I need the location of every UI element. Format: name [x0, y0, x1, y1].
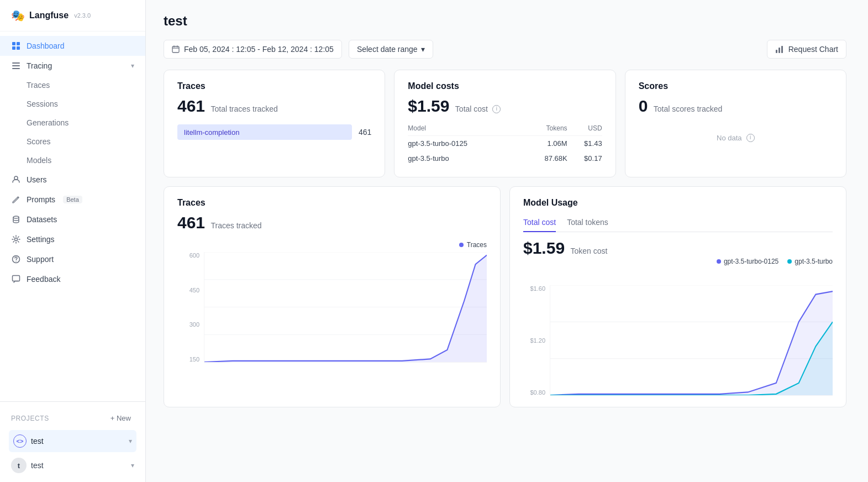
- sidebar-item-generations[interactable]: Generations: [0, 113, 145, 132]
- traces-card: Traces 461 Total traces tracked litellm-…: [164, 70, 385, 177]
- traces-card-title: Traces: [177, 81, 371, 91]
- table-row: gpt-3.5-turbo 87.68K $0.17: [408, 151, 602, 166]
- legend-dot-turbo: [787, 259, 792, 264]
- y-label-300: 300: [177, 321, 199, 328]
- app-version: v2.3.0: [74, 12, 91, 19]
- legend-dot-0125: [717, 259, 721, 264]
- sidebar-label-dashboard: Dashboard: [27, 41, 65, 50]
- model-usd-2: $0.17: [567, 151, 602, 166]
- traces-chart-container: Traces 600 450 300 150: [177, 241, 487, 363]
- svg-rect-15: [778, 48, 780, 53]
- y-label-160: $1.60: [523, 285, 545, 292]
- sidebar-item-settings[interactable]: Settings: [0, 229, 145, 249]
- model-tokens-2: 87.68K: [523, 151, 567, 166]
- request-chart-button[interactable]: Request Chart: [767, 40, 846, 59]
- sidebar-footer: Projects + New <> test ▾ t test ▾: [0, 401, 145, 482]
- trace-bar-count: 461: [359, 128, 371, 137]
- sidebar-label-support: Support: [27, 255, 54, 264]
- svg-rect-4: [12, 62, 20, 64]
- tab-total-tokens[interactable]: Total tokens: [567, 213, 608, 232]
- svg-point-7: [14, 176, 18, 180]
- legend-label-traces: Traces: [467, 241, 487, 249]
- sidebar-label-models: Models: [27, 156, 51, 165]
- database-icon: [11, 214, 21, 224]
- model-costs-card: Model costs $1.59 Total cost i Model Tok…: [394, 70, 616, 177]
- model-usage-y-axis: $1.60 $1.20 $0.80: [523, 285, 545, 396]
- sidebar-item-feedback[interactable]: Feedback: [0, 269, 145, 289]
- select-date-range-button[interactable]: Select date range ▾: [349, 40, 433, 59]
- list-icon: [11, 61, 21, 71]
- traces-chart-count: 461: [177, 213, 205, 232]
- sidebar-item-scores[interactable]: Scores: [0, 132, 145, 151]
- toolbar: Feb 05, 2024 : 12:05 - Feb 12, 2024 : 12…: [164, 40, 846, 59]
- svg-rect-12: [13, 276, 20, 281]
- message-square-icon: [11, 274, 21, 284]
- sidebar-item-traces[interactable]: Traces: [0, 76, 145, 95]
- legend-label-0125: gpt-3.5-turbo-0125: [724, 258, 778, 265]
- scores-sub: Total scores tracked: [654, 104, 723, 113]
- no-data-info-icon[interactable]: i: [746, 134, 755, 142]
- projects-header: Projects + New: [9, 408, 136, 428]
- sidebar-item-tracing[interactable]: Tracing ▾: [0, 56, 145, 76]
- svg-rect-16: [781, 46, 783, 53]
- main-content: test Feb 05, 2024 : 12:05 - Feb 12, 2024…: [146, 0, 868, 482]
- no-data-area: No data i: [639, 116, 833, 160]
- sidebar-item-sessions[interactable]: Sessions: [0, 95, 145, 113]
- sidebar-nav: Dashboard Tracing ▾ Traces Sessions Gene…: [0, 32, 145, 401]
- chevron-down-icon: ▾: [131, 62, 134, 70]
- sidebar-item-support[interactable]: Support: [0, 249, 145, 269]
- model-costs-sub: Total cost: [455, 104, 488, 113]
- y-label-120: $1.20: [523, 337, 545, 344]
- model-usage-sub: Token cost: [571, 247, 608, 255]
- project-item-test[interactable]: <> test ▾: [9, 430, 136, 452]
- sidebar-item-users[interactable]: Users: [0, 170, 145, 190]
- scores-count: 0: [639, 97, 648, 115]
- svg-rect-1: [17, 42, 20, 45]
- sidebar-label-tracing: Tracing: [27, 61, 52, 70]
- date-range-button[interactable]: Feb 05, 2024 : 12:05 - Feb 12, 2024 : 12…: [164, 40, 342, 59]
- sidebar-item-prompts[interactable]: Prompts Beta: [0, 190, 145, 209]
- svg-rect-14: [776, 50, 777, 53]
- table-row: gpt-3.5-turbo-0125 1.06M $1.43: [408, 136, 602, 151]
- edit-icon: [11, 195, 21, 205]
- page-title: test: [164, 13, 846, 29]
- grid-icon: [11, 41, 21, 51]
- user-icon: [11, 175, 21, 185]
- scores-title: Scores: [639, 81, 833, 91]
- y-label-450: 450: [177, 287, 199, 294]
- sidebar-label-feedback: Feedback: [27, 275, 60, 284]
- model-usage-amount: $1.59: [523, 239, 565, 257]
- sidebar-item-models[interactable]: Models: [0, 151, 145, 170]
- legend-entry-0125: gpt-3.5-turbo-0125: [717, 258, 778, 265]
- projects-label: Projects: [11, 415, 49, 422]
- legend-label-turbo: gpt-3.5-turbo: [795, 258, 833, 265]
- app-name: Langfuse: [29, 11, 69, 20]
- traces-sub: Total traces tracked: [211, 104, 278, 113]
- svg-rect-0: [12, 42, 15, 45]
- date-range-label: Feb 05, 2024 : 12:05 - Feb 12, 2024 : 12…: [184, 45, 334, 54]
- col-tokens: Tokens: [523, 124, 567, 136]
- svg-rect-6: [12, 68, 20, 69]
- model-costs-amount: $1.59: [408, 97, 449, 115]
- svg-point-11: [15, 261, 17, 262]
- model-costs-title: Model costs: [408, 81, 602, 91]
- chevron-down-icon: ▾: [421, 45, 425, 54]
- model-name-1: gpt-3.5-turbo-0125: [408, 136, 523, 151]
- new-project-button[interactable]: + New: [107, 413, 134, 423]
- model-tokens-1: 1.06M: [523, 136, 567, 151]
- model-usage-legend: gpt-3.5-turbo-0125 gpt-3.5-turbo: [523, 258, 833, 265]
- help-circle-icon: [11, 254, 21, 264]
- sidebar-item-dashboard[interactable]: Dashboard: [0, 36, 145, 56]
- no-data-text: No data: [717, 134, 742, 142]
- col-usd: USD: [567, 124, 602, 136]
- sidebar-item-datasets[interactable]: Datasets: [0, 209, 145, 229]
- user-footer: t test ▾: [9, 452, 136, 475]
- sidebar-label-users: Users: [27, 175, 47, 184]
- user-chevron-icon: ▾: [131, 462, 134, 469]
- info-icon[interactable]: i: [492, 105, 501, 113]
- project-chevron-icon: ▾: [129, 437, 132, 445]
- y-label-080: $0.80: [523, 389, 545, 396]
- sidebar-label-prompts: Prompts: [27, 195, 55, 204]
- trace-bar: litellm-completion: [177, 124, 352, 140]
- tab-total-cost[interactable]: Total cost: [523, 213, 556, 232]
